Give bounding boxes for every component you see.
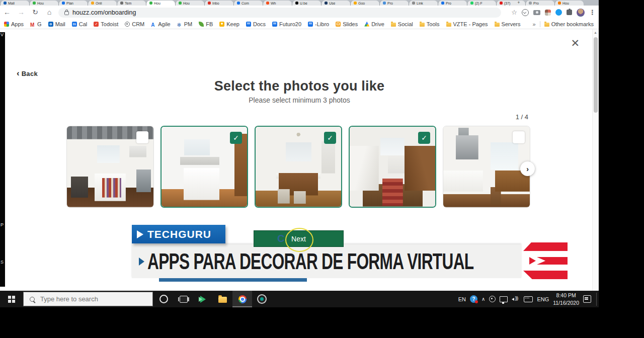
scrollbar-thumb[interactable] [594,37,598,113]
bookmark-item[interactable]: Apps [4,21,24,27]
record-tray-icon[interactable] [489,296,496,302]
help-tray-icon[interactable]: ? [470,295,477,303]
bookmark-item[interactable]: VZTE - Pages [446,21,488,27]
bookmark-item[interactable]: G [30,21,42,27]
back-nav-icon[interactable]: ← [0,6,14,19]
new-tab-button[interactable]: + [514,0,523,5]
bookmark-item[interactable]: Slides [336,21,358,27]
bookmark-item[interactable]: FB [199,21,213,27]
bookmark-item[interactable]: Docs [246,21,266,27]
browser-tab[interactable]: Wh [263,1,292,6]
time-label: 8:40 PM [553,292,579,299]
back-chevron-icon: ‹ [17,69,20,77]
photo-checkbox[interactable] [230,132,242,144]
blue-extension-icon[interactable] [555,9,562,16]
clock[interactable]: 8:40 PM 11/16/2020 [553,292,579,306]
bookmark-item[interactable]: Drive [364,21,384,27]
browser-tab[interactable]: (2) F [467,1,496,6]
bookmark-item[interactable]: Futuro20 [272,21,301,27]
start-button[interactable] [0,291,23,307]
palette-extension-icon[interactable] [545,10,551,16]
next-button[interactable]: C Next [254,230,344,247]
display-tray-icon[interactable] [500,296,508,302]
task-view-button[interactable] [174,291,193,307]
photo-card[interactable] [255,126,342,208]
volume-tray-icon[interactable] [512,296,520,302]
bookmark-item[interactable]: Servers [495,21,521,27]
address-bar[interactable]: houzz.com/onboarding [58,8,501,18]
tray-expand-icon[interactable]: ∧ [481,296,485,302]
browser-tab[interactable]: Com [233,1,263,6]
browser-tab[interactable]: Hou [146,1,175,6]
back-button[interactable]: ‹ Back [17,69,38,77]
extensions-puzzle-icon[interactable] [567,10,572,15]
browser-tab[interactable]: Onli [88,1,117,6]
photo-card[interactable] [349,126,436,208]
photo-card[interactable] [443,126,530,208]
bookmark-item[interactable]: Tools [420,21,440,27]
bookmark-item[interactable]: CRM [125,21,144,27]
scrollbar-up-icon[interactable]: ▲ [594,31,597,34]
cortana-button[interactable] [154,291,174,307]
browser-tab[interactable]: Plan [58,1,88,6]
browser-window: Mail Hou Plan Onli Tem Hou [0,0,599,307]
bookmark-item[interactable]: PM [177,21,193,27]
photo-checkbox[interactable] [324,132,336,144]
pocket-extension-icon[interactable] [522,9,529,16]
browser-tab[interactable]: Hou [175,1,204,6]
browser-tab[interactable]: Hou [29,1,58,6]
bookmark-item[interactable]: Keep [219,21,239,27]
bookmarks-overflow-icon[interactable]: » [533,21,536,27]
browser-tab[interactable]: Pro [379,1,409,6]
green-app-button[interactable] [193,291,213,307]
browser-tab[interactable]: Hou [554,1,584,6]
browser-tab[interactable]: Pro [438,1,467,6]
reload-icon[interactable]: ↻ [28,6,42,19]
browser-tab[interactable]: Inbo [204,1,233,6]
bookmark-item[interactable]: -Libro [308,21,329,27]
photo-checkbox[interactable] [513,131,525,143]
photo-card[interactable] [160,126,248,208]
language-short-label[interactable]: EN [458,296,466,302]
bookmark-item[interactable]: Cal [72,21,88,27]
photo-checkbox[interactable] [136,131,148,143]
taskbar-search[interactable] [23,292,153,306]
search-input[interactable] [39,295,142,303]
keyboard-tray-icon[interactable] [524,296,533,302]
bookmark-icon [94,22,99,27]
browser-menu-icon[interactable]: ⋮ [589,9,596,16]
bookmark-label: Cal [79,21,88,27]
profile-avatar[interactable] [577,9,585,17]
language-label[interactable]: ENG [537,296,549,302]
bookmark-star-icon[interactable]: ☆ [511,9,517,16]
photo-card[interactable] [66,126,154,208]
photo-checkbox[interactable] [418,132,430,144]
recorder-app-button[interactable] [252,291,272,307]
browser-tab[interactable]: Mail [0,1,29,6]
bookmark-icon [336,22,341,27]
screenshot-extension-icon[interactable] [533,10,540,15]
browser-tab[interactable]: Use [321,1,350,6]
browser-tab[interactable]: U.be [292,1,321,6]
bookmark-item[interactable]: Mail [48,21,65,27]
browser-tab[interactable]: Link [409,1,438,6]
file-explorer-button[interactable] [213,291,232,307]
next-photos-arrow-button[interactable]: › [520,161,535,176]
close-icon[interactable]: ✕ [571,38,580,48]
play-triangle-icon [137,230,143,238]
forward-nav-icon[interactable]: → [14,6,28,19]
tab-title: Goo [358,2,365,5]
bookmark-item[interactable]: Social [391,21,413,27]
chrome-button[interactable] [232,291,252,307]
bookmark-item[interactable]: Todoist [94,21,118,27]
tab-favicon [470,2,473,5]
other-bookmarks[interactable]: Other bookmarks [544,21,594,27]
home-icon[interactable]: ⌂ [42,6,56,19]
bookmark-item[interactable]: Agile [151,21,170,27]
browser-tab[interactable]: Pro [525,1,554,6]
action-center-icon[interactable] [583,295,591,303]
browser-tab[interactable]: Goo [350,1,379,6]
browser-tab[interactable]: Tem [117,1,146,6]
bookmark-icon [219,22,224,27]
page-scrollbar[interactable]: ▲ [592,29,599,291]
